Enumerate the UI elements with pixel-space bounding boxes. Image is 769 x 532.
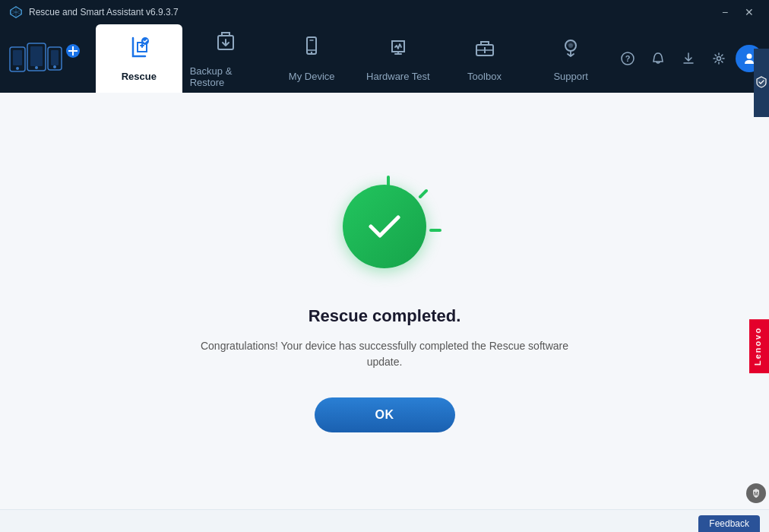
close-button[interactable]: ✕ bbox=[739, 2, 760, 23]
help-icon-button[interactable]: ? bbox=[614, 45, 641, 72]
minimize-button[interactable]: − bbox=[714, 2, 736, 23]
svg-text:M: M bbox=[754, 491, 758, 496]
svg-rect-8 bbox=[51, 50, 59, 65]
nav-item-toolbox[interactable]: Toolbox bbox=[441, 24, 528, 93]
feedback-button[interactable]: Feedback bbox=[698, 515, 760, 532]
svg-point-17 bbox=[311, 52, 312, 53]
rescue-icon bbox=[127, 35, 151, 65]
title-bar-controls: − ✕ bbox=[714, 2, 760, 23]
nav-backup-restore-label: Backup & Restore bbox=[190, 65, 261, 88]
shield-icon bbox=[756, 76, 767, 90]
nav-support-label: Support bbox=[553, 71, 588, 82]
svg-point-29 bbox=[747, 54, 752, 59]
phone-logo-icon bbox=[6, 36, 90, 81]
toolbox-icon bbox=[473, 35, 497, 65]
svg-point-9 bbox=[53, 65, 56, 68]
lenovo-sidebar[interactable]: Lenovo bbox=[749, 319, 769, 373]
success-animation bbox=[328, 169, 441, 283]
nav-item-rescue[interactable]: Rescue bbox=[96, 24, 182, 93]
svg-text:?: ? bbox=[625, 54, 631, 63]
nav-right-icons: ? bbox=[614, 24, 769, 93]
nav-bar: Rescue Backup & Restore My Device bbox=[0, 24, 769, 93]
title-bar-left: Rescue and Smart Assistant v6.9.3.7 bbox=[9, 5, 179, 19]
hardware-test-icon bbox=[386, 35, 410, 65]
svg-line-31 bbox=[420, 191, 426, 197]
app-logo bbox=[9, 5, 23, 19]
svg-rect-5 bbox=[30, 46, 43, 66]
my-device-icon bbox=[299, 35, 324, 65]
motorola-icon[interactable]: M bbox=[746, 483, 766, 503]
app-title: Rescue and Smart Assistant v6.9.3.7 bbox=[29, 7, 179, 17]
ok-button[interactable]: OK bbox=[315, 397, 455, 432]
nav-my-device-label: My Device bbox=[289, 71, 335, 82]
svg-point-28 bbox=[717, 57, 721, 61]
completion-subtitle: Congratulations! Your device has success… bbox=[195, 338, 574, 370]
download-icon-button[interactable] bbox=[675, 45, 702, 72]
main-content: Rescue completed. Congratulations! Your … bbox=[0, 93, 769, 509]
settings-icon-button[interactable] bbox=[705, 45, 733, 72]
svg-point-6 bbox=[35, 66, 38, 69]
success-circle bbox=[343, 185, 426, 268]
title-bar: Rescue and Smart Assistant v6.9.3.7 − ✕ bbox=[0, 0, 769, 24]
side-shield-panel[interactable] bbox=[754, 49, 769, 117]
app-logo-nav bbox=[0, 24, 96, 93]
svg-point-25 bbox=[568, 43, 573, 48]
svg-rect-2 bbox=[13, 50, 22, 65]
nav-rescue-label: Rescue bbox=[122, 71, 157, 82]
nav-toolbox-label: Toolbox bbox=[467, 71, 502, 82]
svg-point-3 bbox=[16, 67, 19, 70]
completion-title: Rescue completed. bbox=[309, 306, 461, 326]
notification-icon-button[interactable] bbox=[644, 45, 672, 72]
nav-item-my-device[interactable]: My Device bbox=[268, 24, 355, 93]
nav-item-hardware-test[interactable]: Hardware Test bbox=[355, 24, 441, 93]
nav-item-support[interactable]: Support bbox=[527, 24, 614, 93]
backup-restore-icon bbox=[214, 30, 238, 59]
nav-hardware-test-label: Hardware Test bbox=[366, 71, 430, 82]
nav-item-backup-restore[interactable]: Backup & Restore bbox=[182, 24, 269, 93]
support-icon bbox=[559, 35, 583, 65]
footer bbox=[0, 509, 769, 532]
checkmark-icon bbox=[362, 204, 407, 249]
